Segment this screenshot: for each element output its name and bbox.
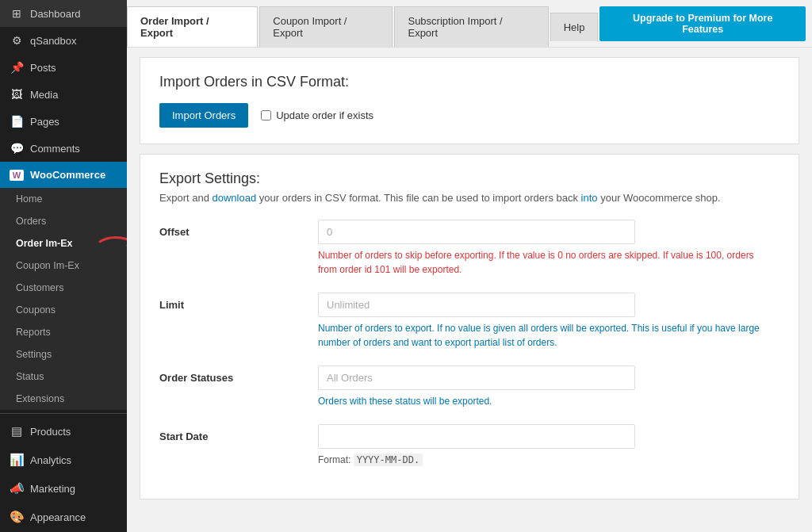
limit-field-row: Limit Number of orders to export. If no …: [159, 293, 779, 350]
sidebar-item-woo-coupons[interactable]: Coupons: [0, 299, 127, 321]
sidebar: ⊞ Dashboard ⚙ qSandbox 📌 Posts 🖼 Media 📄…: [0, 0, 127, 532]
woo-reports-label: Reports: [16, 327, 51, 338]
dashboard-icon: ⊞: [10, 7, 24, 20]
sidebar-item-products[interactable]: ▤ Products: [0, 417, 127, 446]
sidebar-item-qsandbox[interactable]: ⚙ qSandbox: [0, 27, 127, 54]
import-orders-button[interactable]: Import Orders: [159, 103, 248, 128]
limit-label: Limit: [159, 293, 318, 311]
sidebar-item-label: Posts: [30, 62, 56, 74]
sidebar-item-dashboard[interactable]: ⊞ Dashboard: [0, 0, 127, 27]
import-section: Import Orders in CSV Format: Import Orde…: [140, 57, 799, 144]
sidebar-item-label: Pages: [30, 116, 59, 128]
import-link[interactable]: into: [581, 192, 598, 204]
tab-label: Help: [564, 21, 585, 33]
sidebar-item-analytics[interactable]: 📊 Analytics: [0, 446, 127, 474]
download-link[interactable]: download: [213, 192, 257, 204]
limit-hint: Number of orders to export. If no value …: [318, 321, 762, 350]
woo-icon: W: [10, 170, 24, 181]
sidebar-item-comments[interactable]: 💬 Comments: [0, 135, 127, 162]
tab-subscription-import-export[interactable]: Subscription Import / Export: [394, 6, 548, 47]
woo-status-label: Status: [16, 371, 44, 382]
export-section: Export Settings: Export and download you…: [140, 154, 799, 499]
limit-input[interactable]: [318, 293, 635, 317]
main-content: Order Import / Export Coupon Import / Ex…: [127, 0, 812, 532]
sidebar-item-woo-coupon-imex[interactable]: Coupon Im-Ex: [0, 255, 127, 277]
export-description: Export and download your orders in CSV f…: [159, 192, 779, 204]
offset-input[interactable]: [318, 220, 635, 244]
upgrade-button[interactable]: Upgrade to Premium for More Features: [599, 6, 806, 41]
update-order-checkbox[interactable]: [261, 110, 271, 121]
tab-label: Order Import / Export: [140, 15, 209, 39]
woocommerce-section: W WooCommerce Home Orders Order Im-Ex: [0, 162, 127, 410]
marketing-label: Marketing: [30, 483, 75, 495]
tab-order-import-export[interactable]: Order Import / Export: [127, 6, 258, 47]
update-order-checkbox-label[interactable]: Update order if exists: [261, 109, 373, 121]
woo-home-label: Home: [16, 193, 42, 205]
tab-coupon-import-export[interactable]: Coupon Import / Export: [259, 6, 393, 47]
appearance-icon: 🎨: [10, 510, 24, 524]
order-statuses-field-row: Order Statuses Orders with these status …: [159, 366, 779, 408]
woo-orders-label: Orders: [16, 216, 46, 227]
marketing-icon: 📣: [10, 481, 24, 496]
tab-label: Subscription Import / Export: [408, 15, 502, 39]
woo-coupons-label: Coupons: [16, 304, 56, 316]
limit-control: Number of orders to export. If no value …: [318, 293, 779, 350]
tabs-bar: Order Import / Export Coupon Import / Ex…: [127, 0, 812, 48]
start-date-hint: Format: YYYY-MM-DD.: [318, 453, 762, 467]
sidebar-groups: ▤ Products 📊 Analytics 📣 Marketing 🎨 App…: [0, 417, 127, 531]
sidebar-item-label: Comments: [30, 143, 80, 155]
sidebar-top: ⊞ Dashboard ⚙ qSandbox 📌 Posts 🖼 Media 📄…: [0, 0, 127, 162]
woo-extensions-label: Extensions: [16, 393, 64, 404]
red-arrow-icon: [98, 232, 127, 254]
analytics-icon: 📊: [10, 453, 24, 467]
order-statuses-control: Orders with these status will be exporte…: [318, 366, 779, 408]
start-date-control: Format: YYYY-MM-DD.: [318, 424, 779, 467]
woo-customers-label: Customers: [16, 282, 63, 293]
sidebar-item-woo-extensions[interactable]: Extensions: [0, 388, 127, 410]
media-icon: 🖼: [10, 88, 24, 101]
offset-hint: Number of orders to skip before exportin…: [318, 248, 762, 277]
order-statuses-hint: Orders with these status will be exporte…: [318, 394, 762, 408]
offset-label: Offset: [159, 220, 318, 238]
sidebar-item-woo-reports[interactable]: Reports: [0, 321, 127, 343]
start-date-label: Start Date: [159, 424, 318, 442]
analytics-label: Analytics: [30, 454, 71, 466]
import-row: Import Orders Update order if exists: [159, 103, 779, 128]
tab-help[interactable]: Help: [550, 13, 599, 41]
sidebar-item-media[interactable]: 🖼 Media: [0, 81, 127, 108]
sidebar-item-label: qSandbox: [30, 35, 77, 47]
start-date-input[interactable]: [318, 424, 635, 449]
order-statuses-input[interactable]: [318, 366, 635, 390]
pages-icon: 📄: [10, 115, 24, 128]
sidebar-item-marketing[interactable]: 📣 Marketing: [0, 474, 127, 503]
tab-label: Coupon Import / Export: [273, 15, 347, 39]
sidebar-item-woo-orders[interactable]: Orders: [0, 210, 127, 232]
sidebar-item-woo-settings[interactable]: Settings: [0, 343, 127, 366]
offset-control: Number of orders to skip before exportin…: [318, 220, 779, 277]
woo-settings-label: Settings: [16, 349, 52, 360]
gear-icon: ⚙: [10, 34, 24, 47]
sidebar-item-posts[interactable]: 📌 Posts: [0, 54, 127, 81]
sidebar-item-pages[interactable]: 📄 Pages: [0, 108, 127, 135]
woo-coupon-imex-label: Coupon Im-Ex: [16, 260, 79, 271]
sidebar-item-woo-home[interactable]: Home: [0, 188, 127, 210]
start-date-field-row: Start Date Format: YYYY-MM-DD.: [159, 424, 779, 467]
offset-field-row: Offset Number of orders to skip before e…: [159, 220, 779, 277]
sidebar-woo-label: WooCommerce: [30, 169, 105, 181]
sidebar-item-woo-status[interactable]: Status: [0, 366, 127, 388]
update-order-label: Update order if exists: [276, 109, 373, 121]
woo-order-imex-label: Order Im-Ex: [16, 238, 73, 249]
products-icon: ▤: [10, 424, 24, 438]
sidebar-divider: [0, 413, 127, 414]
sidebar-item-appearance[interactable]: 🎨 Appearance: [0, 503, 127, 531]
content-area: Import Orders in CSV Format: Import Orde…: [127, 48, 812, 532]
sidebar-item-woo-customers[interactable]: Customers: [0, 277, 127, 299]
import-section-title: Import Orders in CSV Format:: [159, 74, 779, 90]
sidebar-item-label: Dashboard: [30, 8, 81, 20]
sidebar-item-woocommerce[interactable]: W WooCommerce: [0, 162, 127, 188]
order-statuses-label: Order Statuses: [159, 366, 318, 384]
sidebar-item-label: Media: [30, 89, 58, 101]
comments-icon: 💬: [10, 142, 24, 155]
appearance-label: Appearance: [30, 511, 86, 523]
sidebar-item-woo-order-imex[interactable]: Order Im-Ex: [0, 232, 127, 255]
